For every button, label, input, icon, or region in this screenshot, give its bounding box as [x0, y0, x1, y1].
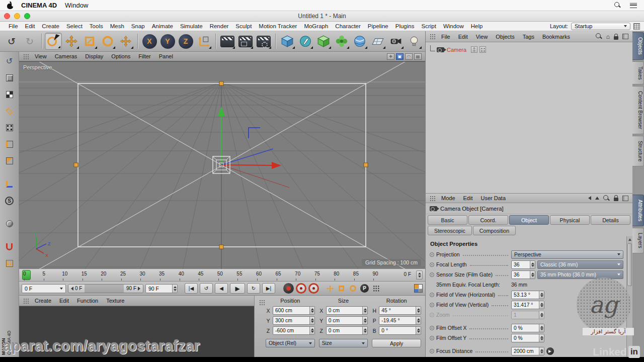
lock-icon[interactable]: [614, 36, 618, 40]
key-bullet-icon[interactable]: [430, 293, 434, 297]
home-icon[interactable]: ⌂: [606, 34, 610, 40]
record-scale-toggle[interactable]: [337, 284, 346, 293]
record-position-toggle[interactable]: [325, 284, 335, 293]
texture-mode-button[interactable]: [3, 87, 17, 102]
material-menu-edit[interactable]: Edit: [55, 298, 73, 304]
play-button[interactable]: ▶: [230, 283, 245, 294]
add-cube-button[interactable]: [279, 33, 296, 50]
am-menu-user-data[interactable]: User Data: [477, 195, 510, 201]
notification-center-icon[interactable]: [630, 3, 637, 8]
macos-window-menu[interactable]: Window: [65, 2, 88, 9]
tweak-mode-button[interactable]: [3, 217, 17, 231]
menu-window[interactable]: Window: [440, 23, 467, 29]
menu-render[interactable]: Render: [206, 23, 232, 29]
loop-button[interactable]: ↻: [247, 283, 260, 294]
om-menu-objects[interactable]: Objects: [492, 34, 518, 40]
snap-button[interactable]: [3, 240, 17, 254]
dock-tab-takes[interactable]: Takes: [632, 61, 644, 85]
menu-script[interactable]: Script: [418, 23, 439, 29]
apply-button[interactable]: Apply: [372, 339, 421, 347]
goto-end-button[interactable]: ▶|: [262, 283, 275, 294]
menu-file[interactable]: File: [5, 23, 22, 29]
menu-simulate[interactable]: Simulate: [177, 23, 206, 29]
range-end-handle[interactable]: 90 F: [124, 285, 143, 293]
stepper[interactable]: [530, 261, 535, 268]
sensor-preset-dropdown[interactable]: 35 mm Photo (36.0 mm): [537, 270, 623, 279]
layout-dropdown[interactable]: Startup: [571, 23, 630, 30]
rotate-view-icon[interactable]: ◠: [405, 53, 413, 60]
panel-grip-icon[interactable]: [430, 34, 435, 39]
workplane-mode-button[interactable]: [3, 104, 17, 118]
panel-menu-icon[interactable]: [622, 34, 628, 39]
tab-composition[interactable]: Composition: [473, 226, 516, 235]
position-z-field[interactable]: -600 cm: [273, 326, 315, 335]
frame-range-slider[interactable]: 0 F 90 F: [68, 284, 143, 293]
stepper[interactable]: [539, 291, 544, 299]
apple-menu-icon[interactable]: [7, 2, 13, 9]
spotlight-search-icon[interactable]: [614, 2, 621, 9]
projection-dropdown[interactable]: Perspective: [511, 250, 623, 259]
end-frame-field[interactable]: 90 F: [145, 284, 178, 293]
x-axis-handle[interactable]: [221, 165, 273, 165]
current-frame-field[interactable]: 0 F: [22, 284, 66, 293]
stepper[interactable]: [530, 271, 535, 279]
menu-mograph[interactable]: MoGraph: [300, 23, 332, 29]
stepper[interactable]: [539, 347, 544, 355]
search-icon[interactable]: [596, 33, 602, 40]
lock-z-axis-button[interactable]: Z: [177, 33, 194, 50]
layout-panel-icon[interactable]: [633, 23, 640, 30]
point-level-animation-toggle[interactable]: [371, 284, 381, 293]
viewport-menu-cameras[interactable]: Cameras: [51, 53, 82, 59]
material-menu-create[interactable]: Create: [31, 298, 55, 304]
stepper[interactable]: [539, 334, 544, 342]
stepper[interactable]: [416, 317, 421, 324]
fov-vertical-field[interactable]: 31.417 °: [511, 301, 544, 309]
ruler-stepper[interactable]: [416, 270, 423, 280]
range-start-handle[interactable]: 0 F: [68, 285, 85, 293]
lock-icon[interactable]: [614, 198, 618, 201]
menu-snap[interactable]: Snap: [128, 23, 148, 29]
viewport-menu-panel[interactable]: Panel: [155, 53, 177, 59]
panel-grip-icon[interactable]: [430, 196, 435, 201]
tab-object[interactable]: Object: [509, 215, 549, 225]
undo-button[interactable]: ↺: [3, 33, 20, 50]
focal-preset-dropdown[interactable]: Classic (36 mm): [537, 260, 623, 269]
end-frame-stepper[interactable]: [172, 285, 177, 293]
timeline-ruler[interactable]: 0 5 10 15 20 25 30 35 40 45 50 55 60 65 …: [19, 269, 425, 282]
focus-distance-field[interactable]: 2000 cm: [511, 347, 544, 355]
size-mode-dropdown[interactable]: Size: [319, 339, 368, 347]
sensor-size-field[interactable]: 36: [511, 270, 535, 279]
autokey-button[interactable]: [296, 283, 306, 294]
tab-basic[interactable]: Basic: [428, 215, 467, 225]
stepper[interactable]: [362, 307, 367, 314]
object-name[interactable]: Camera: [444, 47, 469, 53]
render-settings-button[interactable]: [255, 33, 272, 50]
tab-physical[interactable]: Physical: [550, 215, 590, 225]
menu-edit[interactable]: Edit: [22, 23, 39, 29]
lock-x-axis-button[interactable]: X: [141, 33, 158, 50]
history-back-icon[interactable]: [588, 196, 591, 200]
size-z-field[interactable]: 0 cm: [326, 326, 368, 335]
key-bullet-icon[interactable]: [430, 252, 434, 257]
enable-axis-button[interactable]: [3, 177, 17, 191]
range-track[interactable]: [85, 285, 124, 293]
viewport-menu-filter[interactable]: Filter: [134, 53, 154, 59]
scale-tool[interactable]: [81, 33, 98, 50]
key-bullet-icon[interactable]: [430, 262, 434, 267]
rotation-p-field[interactable]: -19.45 °: [379, 316, 421, 325]
rotate-tool[interactable]: [99, 33, 116, 50]
points-mode-button[interactable]: [3, 121, 17, 135]
film-offset-x-field[interactable]: 0 %: [511, 324, 544, 332]
stepper[interactable]: [309, 307, 314, 314]
dock-tab-attributes[interactable]: Attributes: [632, 195, 644, 226]
panel-grip-icon[interactable]: [23, 298, 29, 304]
render-picture-viewer-button[interactable]: [237, 33, 254, 50]
focus-picker-icon[interactable]: [546, 347, 554, 355]
position-x-field[interactable]: 600 cm: [273, 306, 315, 315]
redo-button[interactable]: ↻: [21, 33, 38, 50]
menu-help[interactable]: Help: [467, 23, 487, 29]
add-generator-button[interactable]: [315, 33, 332, 50]
visibility-toggle[interactable]: [471, 46, 477, 53]
stepper[interactable]: [362, 317, 367, 324]
scrollbar-thumb[interactable]: [627, 243, 632, 286]
